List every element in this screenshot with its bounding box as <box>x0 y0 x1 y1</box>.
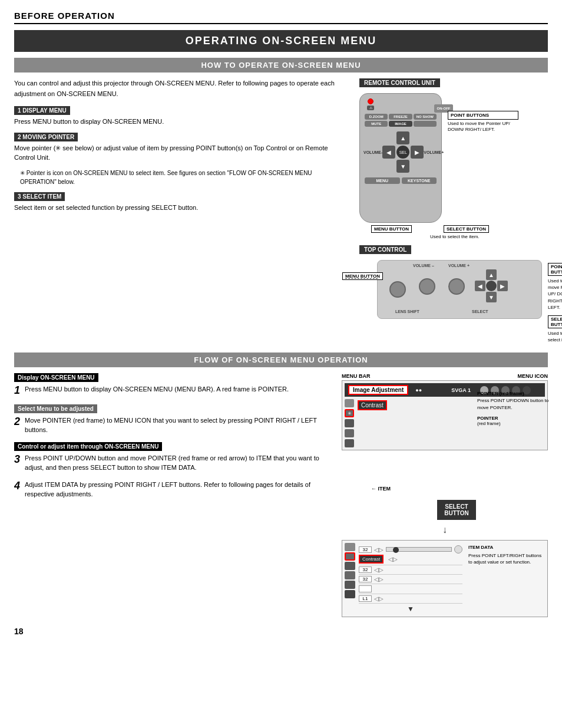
item-data-label: ITEM DATA <box>468 544 545 551</box>
step2-label: 2 MOVING POINTER <box>14 133 78 141</box>
intro-text: You can control and adjust this projecto… <box>14 78 348 99</box>
item-data-panel: 32 ◁▷ Contrast ◁▷ <box>342 540 548 617</box>
item-label: ← ITEM <box>371 486 548 492</box>
top-control-image: MENU BUTTON VOLUME – VOLUME + ▲ ◀ <box>359 257 542 322</box>
step2-number: 2 <box>14 416 20 429</box>
step3-flow-text: Press POINT UP/DOWN button and move POIN… <box>25 454 319 472</box>
main-title: OPERATING ON-SCREEN MENU <box>14 30 548 52</box>
step4-flow-text: Adjust ITEM DATA by pressing POINT RIGHT… <box>25 481 310 498</box>
point-buttons-top-label: POINT BUTTONS <box>548 263 562 276</box>
select-button-label-remote: SELECT BUTTON <box>444 225 489 233</box>
right-column: REMOTE CONTROL UNIT ⚠ AUTO PC ON-OFF <box>359 78 548 343</box>
menu-button-label: MENU BUTTON <box>371 225 412 233</box>
item-data-desc: Press POINT LEFT/RIGHT buttons to adjust… <box>468 552 545 565</box>
menu-button-top-label: MENU BUTTON <box>342 272 383 280</box>
menu-active-item: Image Adjustment <box>348 385 408 395</box>
contrast-item: Contrast <box>358 400 387 410</box>
select-button-top-label: SELECT BUTTON <box>548 315 562 328</box>
page-header: BEFORE OPERATION <box>14 11 548 24</box>
lens-shift-label: LENS SHIFT <box>395 309 419 314</box>
vol-plus-label: VOLUME + <box>448 263 470 268</box>
remote-control-image: ⚠ AUTO PC ON-OFF D.ZOOM FREEZE NO SHOW M… <box>359 93 442 223</box>
step1-text: Press MENU button to display ON-SCREEN M… <box>14 117 348 127</box>
select-step-label: Select Menu to be adjusted <box>14 404 97 413</box>
step2-flow-text: Move POINTER (red frame) to MENU ICON th… <box>25 417 317 434</box>
menu-icon-label: MENU ICON <box>518 373 548 379</box>
remote-label: REMOTE CONTROL UNIT <box>359 78 440 87</box>
menu-bar-label: MENU BAR <box>342 373 371 379</box>
page-number: 18 <box>14 627 548 636</box>
vol-minus-label: VOLUME – <box>413 263 434 268</box>
step1-flow-text: Press MENU button to display ON-SCREEN M… <box>25 386 289 393</box>
control-step-label: Control or adjust item through ON-SCREEN… <box>14 442 162 451</box>
select-label-top: SELECT <box>472 309 488 314</box>
step3-text: Select item or set selected function by … <box>14 203 348 213</box>
step3-label: 3 SELECT ITEM <box>14 192 65 201</box>
step1-number: 1 <box>14 384 20 397</box>
left-column: You can control and adjust this projecto… <box>14 78 348 343</box>
select-button-top-desc: Used to select item. <box>548 330 562 343</box>
display-step-label: Display ON-SCREEN MENU <box>14 373 98 382</box>
point-buttons-label: POINT BUTTONS <box>448 111 518 120</box>
section1-title: HOW TO OPERATE ON-SCREEN MENU <box>14 58 548 73</box>
select-button-flow: SELECTBUTTON <box>437 500 475 520</box>
menu-svga: SVGA 1 <box>451 387 471 393</box>
point-buttons-top-desc: Used to move Pointer UP/ DOWN/ RIGHT/ LE… <box>548 278 562 311</box>
asterisk-note: ✳ Pointer is icon on ON-SCREEN MENU to s… <box>14 169 348 186</box>
section2-title: FLOW OF ON-SCREEN MENU OPERATION <box>14 353 548 367</box>
step2-text: Move pointer (✳ see below) or adjust val… <box>14 143 348 163</box>
flow-left: Display ON-SCREEN MENU 1 Press MENU butt… <box>14 373 332 617</box>
step4-number: 4 <box>14 480 20 493</box>
step1-label: 1 DISPLAY MENU <box>14 106 70 115</box>
flow-right: MENU BAR MENU ICON Image Adjustment ●● S… <box>342 373 548 617</box>
top-control-label: TOP CONTROL <box>359 245 411 254</box>
step3-number: 3 <box>14 453 20 466</box>
contrast-label-item: Contrast <box>359 555 384 564</box>
select-button-desc-remote: Used to select the item. <box>430 234 548 239</box>
point-buttons-desc: Used to move the Pointer UP/ DOWN/ RIGHT… <box>448 121 518 133</box>
pointer-annotations: POINTER (red frame) Press POINT UP/DOWN … <box>477 391 554 426</box>
